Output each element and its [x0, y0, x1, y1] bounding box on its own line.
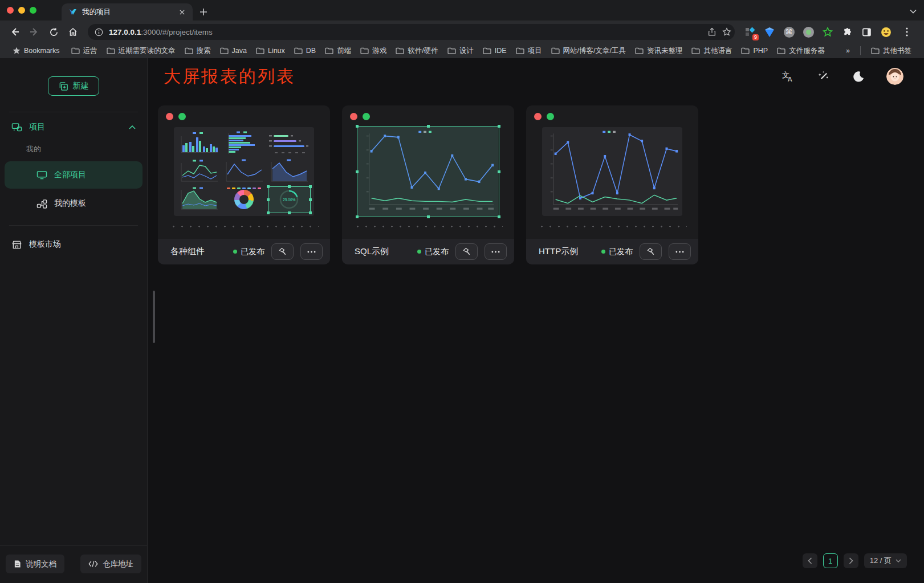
folder-icon [396, 47, 404, 54]
user-avatar[interactable] [886, 68, 903, 85]
sidebar-item-my-templates[interactable]: 我的模板 [5, 190, 143, 217]
project-thumbnail[interactable] [358, 127, 498, 216]
bookmark-folder-label: PHP [753, 47, 768, 55]
more-button[interactable] [485, 243, 507, 260]
grid-extension-icon[interactable]: 9 [744, 26, 756, 38]
bookmarks-root[interactable]: Bookmarks [8, 46, 64, 56]
extensions-puzzle-icon[interactable] [841, 26, 853, 38]
side-panel-icon[interactable] [860, 26, 873, 38]
project-thumbnail[interactable]: 25.00% [174, 127, 314, 216]
bookmark-folder[interactable]: 设计 [443, 45, 478, 57]
sidebar-item-template-market[interactable]: 模板市场 [0, 230, 147, 259]
dotted-separator [538, 226, 687, 227]
bookmarks-overflow-chevron[interactable]: » [841, 46, 854, 56]
folder-icon [107, 47, 115, 54]
sidebar-item-all-projects[interactable]: 全部项目 [5, 161, 143, 189]
command-extension-icon[interactable]: ⌘ [783, 26, 795, 38]
bookmark-folder-label: 项目 [528, 46, 542, 56]
tab-search-chevron-icon[interactable] [907, 5, 919, 18]
red-dot-icon [534, 113, 542, 120]
reload-icon[interactable] [46, 24, 62, 40]
green-star-extension-icon[interactable] [821, 26, 834, 38]
pagination: 1 12 / 页 [803, 553, 907, 568]
project-card[interactable]: SQL示例 已发布 [342, 105, 514, 264]
edit-button[interactable] [640, 243, 662, 260]
back-icon[interactable] [7, 24, 23, 40]
page-size-select[interactable]: 12 / 页 [864, 553, 907, 568]
extensions-row: 9 ⌘ [742, 24, 917, 40]
sidebar-section-mine: 我的 [0, 142, 147, 160]
magic-wand-icon[interactable] [816, 69, 831, 84]
site-info-icon[interactable] [95, 28, 103, 36]
mini-area-chart-green [176, 186, 221, 214]
bookmark-folder[interactable]: 运营 [67, 45, 102, 57]
home-icon[interactable] [65, 24, 81, 40]
other-bookmarks-folder[interactable]: 其他书签 [866, 45, 916, 57]
status-label: 已发布 [609, 247, 633, 257]
chrome-menu-icon[interactable] [899, 24, 915, 40]
folder-icon [71, 47, 80, 54]
bookmark-folder[interactable]: 文件服务器 [772, 45, 829, 57]
recorder-extension-icon[interactable] [802, 26, 815, 38]
project-thumbnail[interactable] [542, 127, 682, 216]
content-scrollbar[interactable] [153, 291, 155, 343]
more-button[interactable] [669, 243, 691, 260]
bookmark-folder-label: DB [306, 47, 316, 55]
prev-page-button[interactable] [803, 553, 817, 568]
chevron-up-icon[interactable] [129, 125, 136, 129]
more-button[interactable] [300, 243, 323, 260]
new-tab-button[interactable] [197, 6, 210, 18]
status-badge: 已发布 [601, 247, 633, 257]
current-page-button[interactable]: 1 [823, 553, 838, 568]
repo-button[interactable]: 仓库地址 [80, 555, 141, 573]
language-icon[interactable]: 文A [780, 69, 795, 84]
gauge-value: 25.00% [283, 198, 295, 202]
sidebar-group-project[interactable]: 项目 [0, 112, 147, 142]
bookmark-folder[interactable]: 项目 [511, 45, 547, 57]
bookmark-folder-label: Linux [268, 47, 285, 55]
minimize-window-button[interactable] [18, 7, 25, 14]
forward-icon[interactable] [26, 24, 42, 40]
page-header: 大屏报表的列表 文A [148, 58, 924, 95]
docs-label: 说明文档 [26, 559, 56, 569]
folder-icon [325, 47, 333, 54]
bookmark-folder[interactable]: 网站/博客/文章/工具 [547, 45, 630, 57]
edit-button[interactable] [271, 243, 294, 260]
bookmark-folder[interactable]: 软件/硬件 [391, 45, 442, 57]
dark-mode-moon-icon[interactable] [851, 69, 866, 84]
browser-tab[interactable]: 我的项目 [62, 3, 193, 21]
project-icon [11, 123, 22, 132]
emoji-extension-icon[interactable] [880, 26, 892, 38]
next-page-button[interactable] [844, 553, 858, 568]
bookmark-folder[interactable]: Java [215, 46, 251, 56]
sidebar-footer: 说明文档 仓库地址 [0, 545, 147, 583]
bookmark-star-icon[interactable] [722, 27, 731, 36]
bookmark-folder[interactable]: 搜索 [180, 45, 215, 57]
close-window-button[interactable] [7, 7, 14, 14]
edit-button[interactable] [455, 243, 478, 260]
bookmark-folder[interactable]: 近期需要读的文章 [102, 45, 180, 57]
bookmark-folder[interactable]: PHP [736, 46, 772, 56]
zoom-window-button[interactable] [30, 7, 36, 14]
project-card[interactable]: 25.00% 各种组件 已发布 [158, 105, 330, 264]
gem-extension-icon[interactable] [763, 26, 776, 38]
bookmark-folder[interactable]: IDE [478, 46, 511, 56]
bookmark-folder[interactable]: 游戏 [356, 45, 391, 57]
docs-button[interactable]: 说明文档 [6, 555, 64, 573]
sidebar-group-label: 项目 [29, 122, 45, 132]
project-cards: 25.00% 各种组件 已发布 [148, 95, 924, 264]
bookmark-folder[interactable]: DB [290, 46, 320, 56]
url-bar[interactable]: 127.0.0.1:3000/#/project/items [88, 24, 735, 40]
project-card[interactable]: HTTP示例 已发布 [526, 105, 698, 264]
bookmark-folder[interactable]: 其他语言 [687, 45, 736, 57]
bookmark-folder[interactable]: Linux [251, 46, 290, 56]
tab-title: 我的项目 [82, 7, 171, 17]
bookmark-folder[interactable]: 资讯未整理 [630, 45, 687, 57]
goview-favicon-icon [68, 7, 78, 17]
share-icon[interactable] [707, 27, 717, 36]
tab-close-icon[interactable] [176, 6, 188, 18]
code-icon [88, 561, 98, 567]
new-project-button[interactable]: 新建 [48, 76, 99, 96]
other-bookmarks-label: 其他书签 [883, 46, 911, 56]
bookmark-folder[interactable]: 前端 [320, 45, 356, 57]
